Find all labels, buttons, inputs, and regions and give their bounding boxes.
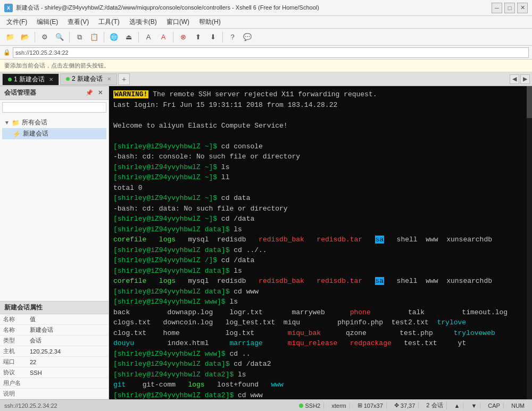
- tb-download[interactable]: ⬇: [206, 31, 220, 44]
- sidebar-search-input[interactable]: [2, 102, 106, 113]
- window-controls: ─ □ ✕: [492, 3, 528, 13]
- minimize-button[interactable]: ─: [492, 3, 502, 13]
- tree-new-session[interactable]: ⚡ 新建会话: [2, 128, 106, 139]
- address-input[interactable]: [13, 47, 529, 58]
- sidebar-close-icon[interactable]: ✕: [96, 89, 104, 97]
- prop-key-username: 用户名: [0, 378, 27, 389]
- tb-new-session[interactable]: 📁: [3, 31, 17, 44]
- status-term-label: xterm: [331, 402, 346, 409]
- tree-all-sessions[interactable]: ▼ 📁 所有会话: [2, 117, 106, 128]
- tab-2-label: 2 新建会话: [72, 74, 103, 83]
- menu-view[interactable]: 查看(V): [63, 16, 93, 28]
- tabs-bar: 1 新建会话 ✕ 2 新建会话 ✕ + ◀ ▶: [0, 72, 532, 86]
- status-size: ⊞ 107x37: [354, 402, 387, 409]
- status-sessions: 2 会话: [423, 401, 446, 409]
- sidebar-header: 会话管理器 📌 ✕: [0, 86, 109, 100]
- menu-window[interactable]: 窗口(W): [162, 16, 194, 28]
- tabs-next[interactable]: ▶: [520, 74, 530, 84]
- tb-copy[interactable]: ⧉: [72, 31, 86, 44]
- status-nav-up[interactable]: ▲: [451, 402, 464, 409]
- banner-text: 要添加当前会话，点击左侧的箭头按钮。: [4, 62, 110, 70]
- new-tab-button[interactable]: +: [118, 73, 130, 85]
- prop-key-port: 端口: [0, 357, 27, 367]
- status-sessions-label: 2 会话: [426, 401, 443, 409]
- prop-val-header: 值: [27, 314, 109, 325]
- status-pos: ✥ 37,37: [391, 402, 419, 409]
- menu-edit[interactable]: 编辑(E): [32, 16, 62, 28]
- tabs-nav: ◀ ▶: [510, 74, 530, 84]
- prop-row-port: 端口 22: [0, 357, 109, 367]
- address-bar: 🔒: [0, 46, 532, 60]
- tb-color[interactable]: A: [156, 31, 170, 44]
- tab-2-status-dot: [66, 77, 70, 81]
- tb-properties[interactable]: ⚙: [38, 31, 52, 44]
- toolbar: 📁 📂 ⚙ 🔍 ⧉ 📋 🌐 ⏏ A A ⊗ ⬆ ⬇ ? 💬: [0, 29, 532, 46]
- prop-val-type: 会话: [27, 335, 109, 346]
- sidebar-title: 会话管理器: [4, 88, 36, 97]
- properties-table: 名称 值 名称 新建会话 类型 会话 主机 120.25.2.34 端口 2: [0, 314, 109, 399]
- menu-tools[interactable]: 工具(T): [94, 16, 123, 28]
- folder-icon: 📁: [12, 119, 20, 127]
- status-num: NUM: [508, 402, 528, 409]
- prop-val-host: 120.25.2.34: [27, 346, 109, 357]
- prop-key-host: 主机: [0, 346, 27, 357]
- expand-icon: ▼: [4, 120, 10, 125]
- sidebar: 会话管理器 📌 ✕ ▼ 📁 所有会话 ⚡ 新建会话 新建会话属性: [0, 86, 109, 399]
- status-nav-down[interactable]: ▼: [468, 402, 480, 409]
- sidebar-pin-icon[interactable]: 📌: [85, 89, 94, 97]
- properties-title: 新建会话属性: [4, 303, 43, 312]
- session-icon: ⚡: [13, 130, 21, 138]
- tb-font[interactable]: A: [142, 31, 155, 44]
- terminal-container: WARNING! The remote SSH server rejected …: [109, 86, 532, 399]
- prop-val-desc: [27, 389, 109, 399]
- prop-row-host: 主机 120.25.2.34: [0, 346, 109, 357]
- close-button[interactable]: ✕: [517, 3, 528, 13]
- properties-header: 新建会话属性: [0, 301, 109, 314]
- status-ssh-dot: [299, 404, 303, 408]
- terminal-content: WARNING! The remote SSH server rejected …: [113, 89, 530, 399]
- prop-row-username: 用户名: [0, 378, 109, 389]
- prop-key-protocol: 协议: [0, 367, 27, 378]
- tb-search[interactable]: 🔍: [53, 31, 66, 44]
- tb-open[interactable]: 📂: [18, 31, 32, 44]
- tree-all-sessions-label: 所有会话: [22, 118, 47, 127]
- warning-badge: WARNING!: [113, 90, 148, 98]
- tb-sep6: [222, 32, 223, 43]
- tab-1-status-dot: [8, 78, 12, 81]
- prop-row-name: 名称 新建会话: [0, 325, 109, 335]
- prop-row-header: 名称 值: [0, 314, 109, 325]
- tb-community[interactable]: 💬: [240, 31, 254, 44]
- tb-disconnect[interactable]: ⏏: [122, 31, 136, 44]
- terminal-scrollbar[interactable]: [527, 86, 532, 399]
- tb-stop[interactable]: ⊗: [176, 31, 190, 44]
- tb-upload[interactable]: ⬆: [191, 31, 205, 44]
- properties-panel: 新建会话属性 名称 值 名称 新建会话 类型 会话 主机 120.25.2.34: [0, 301, 109, 399]
- menu-tabs[interactable]: 选项卡(B): [125, 16, 161, 28]
- status-pos-icon: ✥: [394, 402, 399, 409]
- tb-paste[interactable]: 📋: [87, 31, 101, 44]
- tab-2[interactable]: 2 新建会话 ✕: [60, 73, 117, 85]
- tb-connect[interactable]: 🌐: [107, 31, 121, 44]
- prop-key-header: 名称: [0, 314, 27, 325]
- menu-help[interactable]: 帮助(H): [195, 16, 225, 28]
- tab-1-close[interactable]: ✕: [49, 77, 53, 82]
- tabs-prev[interactable]: ◀: [510, 74, 519, 84]
- terminal[interactable]: WARNING! The remote SSH server rejected …: [109, 86, 532, 399]
- main-layout: 会话管理器 📌 ✕ ▼ 📁 所有会话 ⚡ 新建会话 新建会话属性: [0, 86, 532, 399]
- status-bar: ssh://120.25.2.34:22 SSH2 xterm ⊞ 107x37…: [0, 399, 532, 411]
- status-address: ssh://120.25.2.34:22: [4, 402, 57, 409]
- prop-val-name: 新建会话: [27, 325, 109, 335]
- status-ssh: SSH2: [296, 402, 324, 409]
- sidebar-search: [0, 100, 109, 115]
- tab-1[interactable]: 1 新建会话 ✕: [2, 73, 59, 85]
- terminal-scrollbar-thumb[interactable]: [527, 86, 532, 118]
- status-size-label: 107x37: [364, 402, 383, 409]
- tb-sep2: [69, 32, 70, 43]
- tab-2-close[interactable]: ✕: [107, 76, 111, 82]
- maximize-button[interactable]: □: [504, 3, 515, 13]
- prop-key-name: 名称: [0, 325, 27, 335]
- tb-help[interactable]: ?: [226, 31, 239, 44]
- tb-sep1: [35, 32, 35, 43]
- app-icon: X: [4, 4, 13, 12]
- menu-file[interactable]: 文件(F): [2, 16, 31, 28]
